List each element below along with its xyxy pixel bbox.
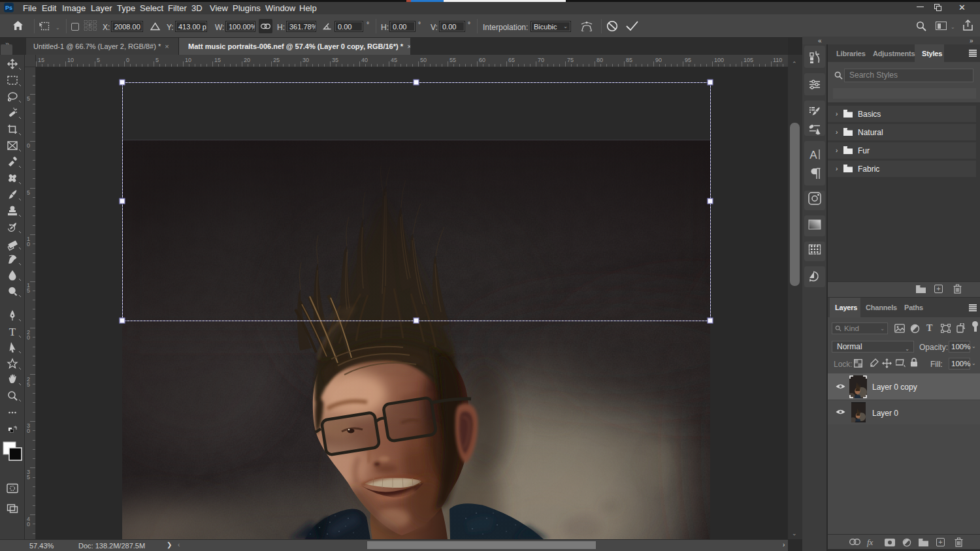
svg-text:T: T [9, 326, 16, 338]
svg-text:A: A [809, 149, 817, 161]
